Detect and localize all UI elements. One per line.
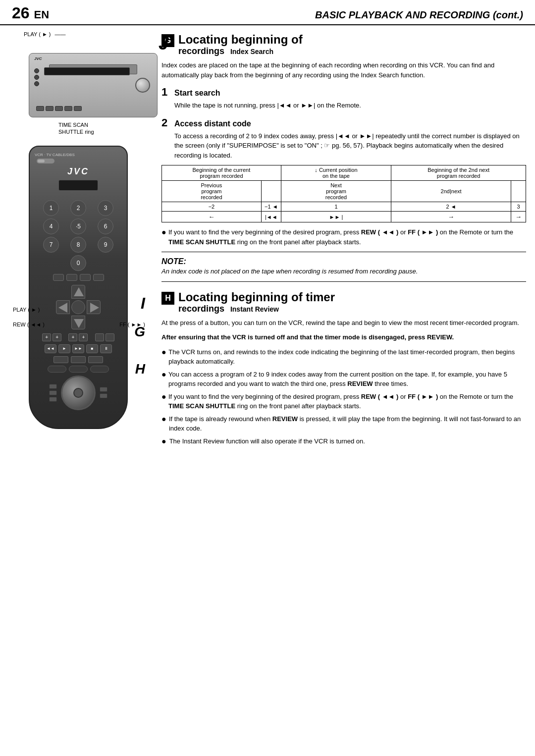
section-h-bullet3-text: If you want to find the very beginning o… [168,392,526,411]
vol-row: + + + + [39,333,118,341]
section-h-bullet4: ● If the tape is already rewound when RE… [161,414,526,433]
vcr-section: PLAY ( ► ) —— J JVC [9,31,153,136]
section-h-bullet5-text: The Instant Review function will also op… [169,436,365,446]
vol-plus[interactable]: + [42,333,51,341]
diagram-prev-label: Previousprogramrecorded [162,181,262,202]
svg-marker-0 [74,287,84,296]
extra-btn1[interactable] [54,356,68,363]
num-btn-7[interactable]: 7 [43,237,59,253]
nav-cross [56,285,101,329]
stop-btn[interactable]: ■ [86,344,98,353]
section-h-bullet2-text: You can access a program of 2 to 9 index… [168,370,526,389]
section-g-title2: recordings [178,46,224,56]
bullet-dot: ● [161,393,165,411]
bullet-dot: ● [161,437,166,446]
num-btn-3[interactable]: 3 [98,200,113,216]
misc-btn[interactable] [93,274,104,281]
long-btn3[interactable] [90,366,109,373]
section-h-bullet1-text: The VCR turns on, and rewinds to the ind… [168,347,526,367]
long-btn2[interactable] [69,366,88,373]
diagram-arrow-right1: → [391,212,511,222]
step1-header: 1 Start search [161,86,526,99]
ff-btn[interactable]: ►► [72,344,84,353]
step1-text: While the tape is not running, press |◄◄… [174,101,526,110]
jog-side-btns-right [100,387,107,398]
misc-btn3[interactable] [106,333,114,341]
svg-marker-1 [74,319,84,328]
vcr-brand: JVC [34,56,42,61]
vol-minus[interactable]: + [53,333,61,341]
long-btn1[interactable] [48,366,66,373]
num-btn-9[interactable]: 9 [98,237,113,253]
note-block: NOTE: An index code is not placed on the… [161,257,526,276]
nav-center-btn[interactable] [71,300,85,314]
nav-right-btn[interactable] [87,300,101,314]
step1-title: Start search [174,89,220,98]
misc-btn2[interactable] [95,333,104,341]
nav-left-btn[interactable] [56,300,70,314]
step2-title: Access distant code [174,119,251,128]
remote-switch[interactable] [37,159,54,163]
note-text: An index code is not placed on the tape … [161,267,526,276]
nav-up-btn[interactable] [71,285,85,299]
left-column: PLAY ( ► ) —— J JVC [9,31,153,449]
step2-num: 2 [161,116,170,129]
diagram-empty [511,181,526,202]
num-btn-8[interactable]: 8 [70,237,86,253]
diagram-arrow-mid-left [261,181,281,202]
diagram-arrow-right2: → [511,212,526,222]
jog-dial[interactable] [61,376,96,410]
misc-buttons-row1 [35,274,122,281]
letter-i: I [141,294,145,313]
diagram-table: Beginning of the current program recorde… [161,165,526,222]
letter-h-remote: H [135,361,145,377]
section-h-bullet5: ● The Instant Review function will also … [161,436,526,446]
num-btn-0[interactable]: 0 [70,255,86,271]
jog-side-btn[interactable] [100,393,107,398]
vol-buttons: + + [42,333,61,341]
section-g-title-block: Locating beginning of recordings Index S… [178,33,303,56]
ch-minus[interactable]: + [79,333,88,341]
section-g-subtitle: Index Search [230,48,273,55]
diagram-next-label: Nextprogramrecorded [281,181,391,202]
jog-side-btns-left [49,384,57,402]
jog-side-btn[interactable] [49,390,57,395]
transport-row: ◄◄ ► ►► ■ ⏸ [37,344,120,353]
remote-brand: JVC [35,166,122,177]
play-btn[interactable]: ► [58,344,70,353]
jog-side-btn[interactable] [100,387,107,392]
pause-btn[interactable]: ⏸ [100,344,112,353]
vcr-device-wrapper: J JVC [14,38,158,117]
jog-side-btn[interactable] [49,397,57,402]
misc-btn[interactable] [66,274,77,281]
note-title: NOTE: [161,257,526,266]
nav-down-btn[interactable] [71,316,85,329]
chapter-title: BASIC PLAYBACK AND RECORDING (cont.) [315,9,523,21]
page-header: 26 EN BASIC PLAYBACK AND RECORDING (cont… [0,0,535,25]
misc-btn[interactable] [53,274,64,281]
ch-plus[interactable]: + [68,333,77,341]
vcr-transport-buttons [36,106,132,111]
main-content: PLAY ( ► ) —— J JVC [0,31,535,449]
misc-btn[interactable] [80,274,91,281]
section-h-intro: At the press of a button, you can turn o… [161,318,526,328]
diagram-header-right: Beginning of the 2nd nextprogram recorde… [391,165,526,181]
diagram-numbers-row: −2 −1 ◄ 1 2 ◄ 3 [162,202,526,212]
section-g-title1: Locating beginning of [178,33,303,46]
num-btn-6[interactable]: 6 [98,218,113,234]
num-btn-4[interactable]: 4 [43,218,59,234]
extra-btn2[interactable] [71,356,86,363]
jog-side-btn[interactable] [49,384,57,389]
extra-btn3[interactable] [88,356,103,363]
num-btn-5[interactable]: ·5 [70,218,86,234]
rew-btn[interactable]: ◄◄ [45,344,56,353]
svg-marker-3 [90,303,99,313]
remote-top-label: VCR · TV CABLE/DBS [35,153,122,157]
step2-text: To access a recording of 2 to 9 index co… [174,131,526,161]
section-g-bullet1-text: If you want to find the very beginning o… [168,227,526,247]
num-btn-1[interactable]: 1 [43,200,59,216]
diagram-num-3: 3 [511,202,526,212]
ch-buttons: + + [68,333,88,341]
remote-indicator-dots [35,194,122,197]
num-btn-2[interactable]: 2 [70,200,86,216]
